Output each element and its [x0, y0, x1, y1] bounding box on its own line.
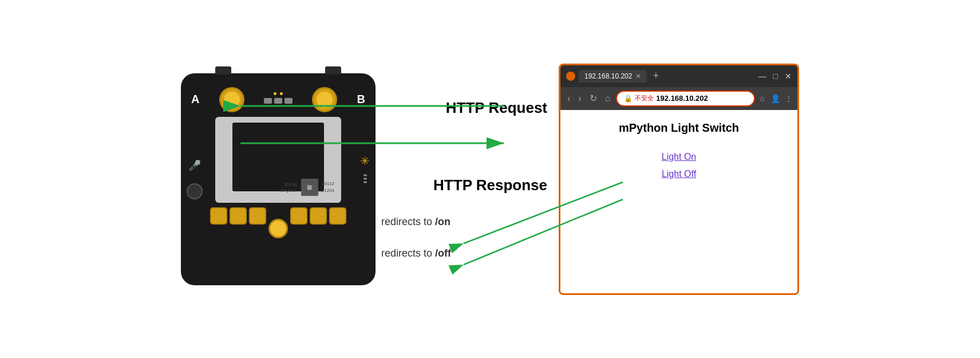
microbit-device: A B — [181, 73, 376, 285]
top-leds — [264, 92, 293, 104]
side-left-icons: 🎤 — [187, 159, 203, 199]
links-section: Light On Light Off — [578, 152, 780, 179]
key-dot — [336, 226, 339, 229]
sun-icon: ✳ — [360, 154, 370, 168]
connector — [264, 98, 272, 104]
connector — [284, 98, 293, 104]
side-rect — [363, 175, 367, 176]
key-btn-p[interactable] — [210, 207, 227, 225]
key-h: H — [290, 207, 307, 239]
key-t: T — [249, 207, 266, 239]
refresh-button[interactable]: ↻ — [587, 93, 599, 104]
browser-content: mPython Light Switch Light On Light Off — [560, 110, 797, 293]
device-bottom-keys: P Y T H — [181, 207, 376, 242]
button-b-inner — [317, 92, 333, 108]
label-b: B — [357, 93, 365, 106]
light-off-link[interactable]: Light Off — [662, 169, 696, 179]
microphone-icon: 🎤 — [188, 159, 201, 172]
light-on-link[interactable]: Light On — [662, 152, 696, 162]
home-button[interactable]: ⌂ — [603, 93, 613, 104]
restore-button[interactable]: □ — [773, 72, 778, 81]
side-circle-button[interactable] — [187, 183, 203, 199]
http-request-label: HTTP Request — [446, 99, 547, 117]
device-tab-left — [215, 66, 231, 74]
key-p: P — [210, 207, 227, 239]
side-rect — [363, 182, 367, 183]
button-a-inner — [224, 92, 240, 108]
insecure-label: 不安全 — [635, 94, 654, 103]
key-letter-h: H — [297, 231, 302, 239]
brand-name: mPython — [279, 188, 298, 193]
address-bar[interactable]: 🔒 不安全 192.168.10.202 — [616, 91, 755, 107]
label-a: A — [191, 93, 199, 106]
browser-titlebar: 192.168.10.202 ✕ + — □ ✕ — [560, 65, 797, 87]
page-heading: mPython Light Switch — [578, 121, 780, 135]
browser-tab-title: 192.168.10.202 — [584, 72, 632, 80]
key-n: N — [329, 207, 346, 239]
key-y: Y — [230, 207, 247, 239]
key-letter-o: O — [315, 231, 321, 239]
key-btn-n[interactable] — [329, 207, 346, 225]
device-tab-right — [325, 66, 341, 74]
connector — [274, 98, 282, 104]
address-text: 192.168.10.202 — [656, 94, 708, 103]
qr-code: ▦ — [301, 179, 318, 196]
back-button[interactable]: ‹ — [565, 93, 572, 104]
key-btn-h[interactable] — [290, 207, 307, 225]
key-letter-p: P — [216, 231, 221, 239]
lock-icon: 🔒 — [624, 95, 633, 103]
new-tab-button[interactable]: + — [653, 70, 659, 82]
side-rects — [363, 175, 367, 183]
forward-button[interactable]: › — [576, 93, 583, 104]
small-connectors — [264, 98, 293, 104]
screen-bottom-info: 掌控板 mPython ▦ 00112 31234 — [279, 179, 334, 196]
menu-icon[interactable]: ⋮ — [785, 94, 793, 103]
device-screen-area: 掌控板 mPython ▦ 00112 31234 — [215, 117, 341, 203]
main-container: A B — [0, 0, 980, 358]
redirect-off-path: /off — [435, 247, 451, 259]
redirect-off-text: redirects to — [381, 247, 435, 259]
serial-number: 00112 31234 — [322, 180, 334, 193]
http-response-label: HTTP Response — [433, 176, 547, 194]
middle-section: HTTP Request HTTP Response redirects to … — [376, 65, 559, 294]
redirect-on-text: redirects to — [381, 216, 435, 227]
key-letter-t: T — [255, 231, 259, 239]
browser-favicon — [566, 72, 575, 81]
key-btn-y[interactable] — [230, 207, 247, 225]
bookmark-icon[interactable]: ☆ — [758, 94, 766, 103]
brand-subtitle: 掌控板 — [284, 182, 298, 188]
key-o: O — [310, 207, 327, 239]
redirect-off-label: redirects to /off — [381, 247, 451, 259]
led-dot — [280, 92, 283, 95]
key-dot — [236, 226, 240, 229]
minimize-button[interactable]: — — [758, 72, 766, 81]
browser-tab[interactable]: 192.168.10.202 ✕ — [579, 70, 647, 82]
key-dot — [217, 226, 220, 229]
brand-logo: 掌控板 mPython — [279, 182, 298, 193]
side-rect — [363, 178, 367, 180]
key-dot — [317, 226, 320, 229]
browser-toolbar: ‹ › ↻ ⌂ 🔒 不安全 192.168.10.202 ☆ 👤 ⋮ — [560, 87, 797, 110]
tab-close-button[interactable]: ✕ — [635, 72, 641, 80]
side-right-icons: ✳ — [360, 154, 370, 183]
window-controls: — □ ✕ — [758, 72, 792, 81]
center-circle-key[interactable] — [268, 219, 288, 238]
key-btn-t[interactable] — [249, 207, 266, 225]
profile-icon[interactable]: 👤 — [770, 94, 780, 103]
redirect-on-label: redirects to /on — [381, 216, 451, 228]
key-letter-y: Y — [236, 231, 240, 239]
key-letter-n: N — [335, 231, 341, 239]
led-dot — [274, 92, 276, 95]
browser-window: 192.168.10.202 ✕ + — □ ✕ ‹ › ↻ ⌂ 🔒 不安全 1… — [559, 64, 799, 295]
button-a[interactable] — [219, 87, 244, 112]
key-dot — [256, 226, 259, 229]
device-top-row: A B — [181, 81, 376, 112]
toolbar-icons: ☆ 👤 ⋮ — [758, 94, 793, 103]
device-wrapper: A B — [181, 73, 376, 285]
key-btn-o[interactable] — [310, 207, 327, 225]
redirect-on-path: /on — [435, 216, 451, 227]
key-dot — [297, 226, 301, 229]
close-button[interactable]: ✕ — [785, 72, 792, 81]
button-b[interactable] — [312, 87, 337, 112]
